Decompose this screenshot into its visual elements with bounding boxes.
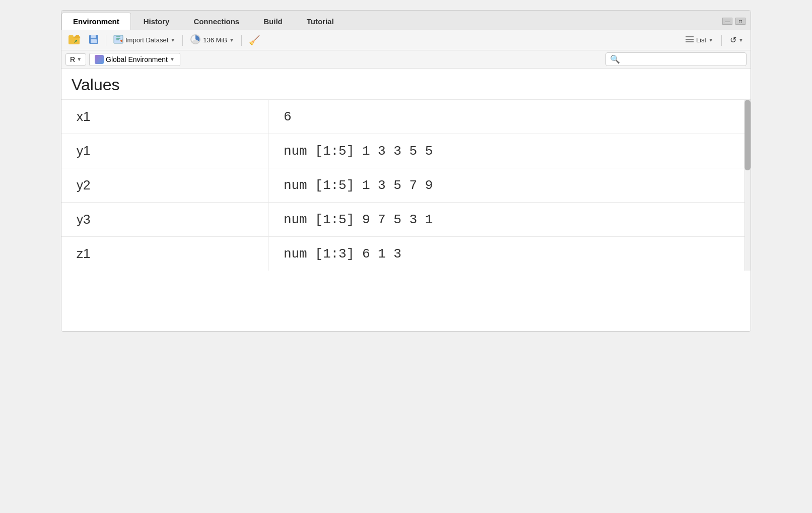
variable-value: num [1:5] 1 3 3 5 5 [268,134,751,168]
window-controls: — □ [717,13,751,30]
save-icon [89,34,99,46]
variable-name: z1 [61,237,268,271]
import-dataset-button[interactable]: Import Dataset ▼ [110,33,178,47]
separator-2 [182,35,183,46]
r-caret-icon: ▼ [77,56,82,62]
env-icon [95,55,104,64]
memory-button[interactable]: 136 MiB ▼ [187,32,237,48]
tab-environment[interactable]: Environment [61,13,131,30]
variable-value: num [1:5] 9 7 5 3 1 [268,203,751,237]
memory-caret-icon: ▼ [229,37,234,43]
table-row[interactable]: y2 num [1:5] 1 3 5 7 9 [61,168,751,203]
scrollbar-track[interactable] [745,100,751,271]
variable-value: 6 [268,100,751,134]
refresh-icon: ↺ [730,35,736,45]
tab-bar: Environment History Connections Build Tu… [61,11,751,30]
env-label: Global Environment [106,55,168,63]
table-row[interactable]: y1 num [1:5] 1 3 3 5 5 [61,134,751,168]
r-label: R [70,55,75,63]
svg-text:↗: ↗ [74,39,78,44]
main-content: Values x1 6 y1 num [1:5] 1 3 3 5 5 y2 nu… [61,69,751,331]
values-section-header: Values [61,69,751,100]
memory-label: 136 MiB [203,36,227,44]
table-row[interactable]: z1 num [1:3] 6 1 3 [61,237,751,271]
tab-history[interactable]: History [132,13,181,30]
tab-connections[interactable]: Connections [182,13,251,30]
variable-name: y2 [61,168,268,203]
save-button[interactable] [86,33,102,47]
r-dropdown[interactable]: R ▼ [65,53,86,66]
tab-spacer [347,13,717,30]
variable-value: num [1:5] 1 3 5 7 9 [268,168,751,203]
tab-tutorial[interactable]: Tutorial [295,13,346,30]
main-toolbar: ↗ [61,30,751,50]
variable-name: x1 [61,100,268,134]
svg-rect-5 [91,35,96,38]
separator-3 [241,35,242,46]
broom-icon: 🧹 [249,35,260,46]
list-view-button[interactable]: List ▼ [682,34,716,46]
refresh-caret-icon: ▼ [738,37,743,43]
env-caret-icon: ▼ [170,56,175,62]
svg-marker-2 [73,35,81,38]
maximize-button[interactable]: □ [735,18,746,25]
variable-name: y3 [61,203,268,237]
import-caret-icon: ▼ [170,37,175,43]
table-row[interactable]: y3 num [1:5] 9 7 5 3 1 [61,203,751,237]
separator-4 [721,35,722,46]
variables-table-wrapper: x1 6 y1 num [1:5] 1 3 3 5 5 y2 num [1:5]… [61,100,751,271]
variable-name: y1 [61,134,268,168]
section-title: Values [72,76,119,94]
search-icon: 🔍 [610,54,620,64]
open-folder-button[interactable]: ↗ [65,33,84,47]
folder-open-icon: ↗ [69,34,81,46]
list-label: List [696,36,706,44]
import-dataset-label: Import Dataset [125,36,168,44]
clear-button[interactable]: 🧹 [246,33,263,47]
separator-1 [106,35,106,46]
svg-rect-6 [91,39,97,43]
search-input[interactable] [620,55,742,63]
tab-build[interactable]: Build [252,13,294,30]
minimize-button[interactable]: — [722,18,732,25]
memory-icon [190,34,201,46]
refresh-button[interactable]: ↺ ▼ [727,34,747,46]
table-row[interactable]: x1 6 [61,100,751,134]
scrollbar-thumb[interactable] [745,100,751,170]
variable-value: num [1:3] 6 1 3 [268,237,751,271]
list-icon [685,35,694,45]
variables-table: x1 6 y1 num [1:5] 1 3 3 5 5 y2 num [1:5]… [61,100,751,271]
rstudio-environment-panel: Environment History Connections Build Tu… [61,10,751,332]
empty-area [61,271,751,331]
environment-dropdown[interactable]: Global Environment ▼ [89,53,180,66]
secondary-toolbar: R ▼ Global Environment ▼ 🔍 [61,50,751,69]
import-icon [113,35,123,45]
toolbar-right: List ▼ ↺ ▼ [682,34,747,46]
list-caret-icon: ▼ [708,37,713,43]
search-box[interactable]: 🔍 [605,52,747,66]
